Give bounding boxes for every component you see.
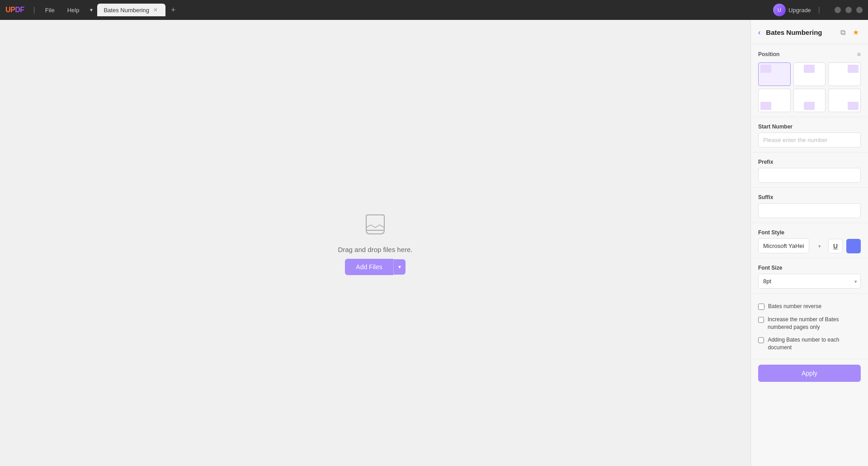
app-logo: UPDF bbox=[5, 6, 24, 14]
bates-increase-checkbox[interactable] bbox=[758, 317, 764, 323]
minimize-button[interactable]: — bbox=[835, 7, 841, 13]
logo-up: UP bbox=[5, 6, 15, 14]
main-content: Drag and drop files here. Add Files ▾ bbox=[0, 20, 750, 466]
panel-copy-icon[interactable]: ⧉ bbox=[839, 27, 847, 38]
maximize-button[interactable]: ⬜ bbox=[845, 7, 852, 13]
apply-button[interactable]: Apply bbox=[758, 365, 861, 382]
menu-file[interactable]: File bbox=[41, 5, 59, 15]
bates-increase-label: Increase the number of Bates numbered pa… bbox=[768, 316, 861, 331]
bates-adding-label: Adding Bates number to each document bbox=[768, 336, 861, 352]
prefix-label: Prefix bbox=[758, 159, 861, 165]
add-files-dropdown-button[interactable]: ▾ bbox=[393, 259, 406, 275]
svg-rect-0 bbox=[366, 215, 384, 230]
panel-title: Bates Numbering bbox=[766, 29, 835, 36]
prefix-input[interactable] bbox=[758, 168, 861, 183]
position-top-center[interactable] bbox=[793, 62, 826, 86]
position-filter-icon[interactable]: ≡ bbox=[857, 51, 861, 58]
titlebar: UPDF | File Help ▾ Bates Numbering ✕ + U… bbox=[0, 0, 868, 20]
upgrade-label: Upgrade bbox=[788, 7, 811, 14]
tab-area: ▾ Bates Numbering ✕ + bbox=[87, 4, 769, 16]
position-bottom-left[interactable] bbox=[758, 89, 791, 112]
close-button[interactable]: ✕ bbox=[856, 7, 863, 13]
tab-scroll-arrow[interactable]: ▾ bbox=[87, 6, 95, 14]
position-top-right[interactable] bbox=[828, 62, 861, 86]
bates-adding-checkbox[interactable] bbox=[758, 337, 764, 343]
window-controls: — ⬜ ✕ bbox=[835, 7, 863, 13]
position-bottom-center[interactable] bbox=[793, 89, 826, 112]
menu-help[interactable]: Help bbox=[63, 5, 84, 15]
checkbox-reverse-row: Bates number reverse bbox=[758, 300, 861, 313]
font-style-label: Font Style bbox=[758, 229, 861, 236]
font-family-select[interactable]: Microsoft YaHei bbox=[758, 238, 809, 253]
position-dot-bc bbox=[804, 102, 815, 110]
position-section-label: Position ≡ bbox=[758, 51, 861, 58]
font-family-wrap: Microsoft YaHei bbox=[758, 238, 825, 253]
panel-star-icon[interactable]: ★ bbox=[851, 26, 861, 38]
tab-add-button[interactable]: + bbox=[167, 5, 179, 16]
font-style-row: Microsoft YaHei U bbox=[758, 238, 861, 253]
drop-zone-icon bbox=[362, 211, 389, 240]
position-dot-bl bbox=[760, 102, 771, 110]
position-dot-tl bbox=[760, 65, 771, 73]
position-grid bbox=[758, 62, 861, 112]
position-dot-tc bbox=[804, 65, 815, 73]
bates-reverse-checkbox[interactable] bbox=[758, 304, 764, 310]
start-number-input[interactable] bbox=[758, 133, 861, 147]
font-size-label: Font Size bbox=[758, 265, 861, 271]
start-number-label: Start Number bbox=[758, 124, 861, 130]
font-size-section: Font Size 6pt 7pt 8pt 9pt 10pt 12pt 14pt bbox=[751, 258, 868, 294]
start-number-section: Start Number bbox=[751, 117, 868, 152]
add-files-button[interactable]: Add Files bbox=[345, 259, 393, 275]
position-top-left[interactable] bbox=[758, 62, 791, 86]
logo-df: DF bbox=[15, 6, 24, 14]
panel-header: ‹ Bates Numbering ⧉ ★ bbox=[751, 20, 868, 44]
checkboxes-section: Bates number reverse Increase the number… bbox=[751, 294, 868, 359]
tab-bates-numbering[interactable]: Bates Numbering ✕ bbox=[97, 4, 165, 16]
drop-zone[interactable]: Drag and drop files here. Add Files ▾ bbox=[338, 211, 412, 275]
tab-label: Bates Numbering bbox=[104, 7, 149, 14]
font-style-section: Font Style Microsoft YaHei U bbox=[751, 223, 868, 258]
apply-section: Apply bbox=[751, 359, 868, 387]
add-files-wrap: Add Files ▾ bbox=[345, 259, 405, 275]
suffix-label: Suffix bbox=[758, 194, 861, 200]
position-bottom-right[interactable] bbox=[828, 89, 861, 112]
position-section: Position ≡ bbox=[751, 44, 868, 117]
underline-button[interactable]: U bbox=[828, 239, 843, 253]
drop-zone-text: Drag and drop files here. bbox=[338, 246, 412, 253]
upgrade-button[interactable]: U Upgrade bbox=[773, 4, 811, 16]
checkbox-increase-row: Increase the number of Bates numbered pa… bbox=[758, 313, 861, 334]
suffix-section: Suffix bbox=[751, 188, 868, 223]
checkbox-adding-row: Adding Bates number to each document bbox=[758, 333, 861, 354]
font-size-wrap: 6pt 7pt 8pt 9pt 10pt 12pt 14pt bbox=[758, 274, 861, 289]
font-color-button[interactable] bbox=[846, 239, 861, 253]
font-size-select[interactable]: 6pt 7pt 8pt 9pt 10pt 12pt 14pt bbox=[758, 274, 861, 289]
bates-reverse-label: Bates number reverse bbox=[768, 303, 821, 310]
suffix-input[interactable] bbox=[758, 203, 861, 218]
position-dot-tr bbox=[848, 65, 859, 73]
titlebar-right: U Upgrade | — ⬜ ✕ bbox=[773, 4, 863, 16]
panel-back-button[interactable]: ‹ bbox=[758, 29, 760, 37]
right-panel: ‹ Bates Numbering ⧉ ★ Position ≡ bbox=[750, 20, 868, 466]
app-body: Drag and drop files here. Add Files ▾ ‹ … bbox=[0, 20, 868, 466]
prefix-section: Prefix bbox=[751, 152, 868, 188]
titlebar-divider2: | bbox=[818, 6, 820, 14]
tab-close-button[interactable]: ✕ bbox=[152, 6, 159, 14]
user-avatar: U bbox=[773, 4, 786, 16]
position-dot-br bbox=[848, 102, 859, 110]
titlebar-divider: | bbox=[33, 6, 35, 14]
